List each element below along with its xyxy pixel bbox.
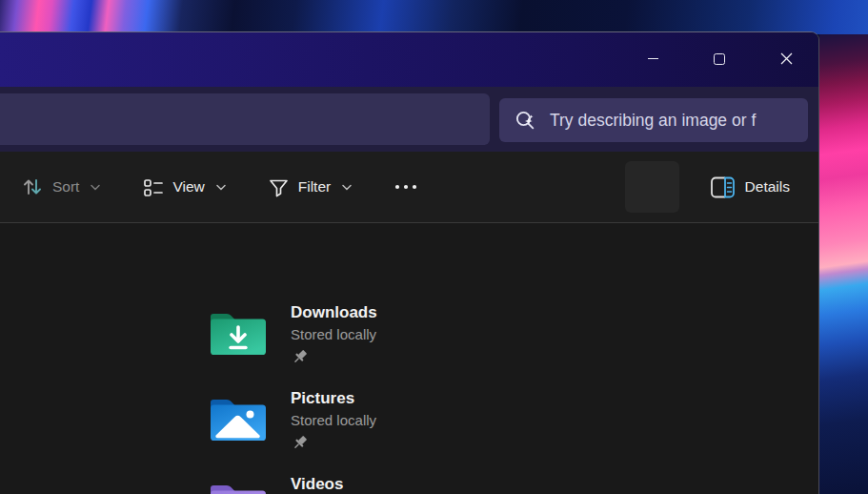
tile-videos[interactable]: Videos [208,475,818,494]
chevron-down-icon [342,184,352,191]
sort-label: Sort [52,178,79,196]
view-button[interactable]: View [142,176,225,198]
sort-icon [21,175,44,198]
desktop-wallpaper-top [0,0,868,34]
desktop-wallpaper-right [819,0,868,494]
close-button[interactable] [764,41,808,76]
chevron-down-icon [216,184,226,191]
file-explorer-window: Try describing an image or f Sort View [0,31,819,494]
view-icon [142,176,164,198]
close-icon [780,52,793,65]
downloads-folder-icon [208,308,269,358]
titlebar[interactable] [0,32,818,87]
details-pane-icon [710,176,736,198]
tile-name: Pictures [291,389,376,408]
tile-text: Pictures Stored locally [291,389,376,454]
tile-status: Stored locally [291,409,376,432]
more-options-button[interactable] [394,183,418,191]
address-row: Try describing an image or f [0,87,818,152]
minimize-button[interactable] [631,41,675,76]
pictures-folder-icon [208,394,269,443]
pin-icon [291,434,376,451]
filter-icon [268,176,290,198]
sort-button[interactable]: Sort [21,175,100,198]
details-pane-button[interactable]: Details [710,176,790,198]
minimize-icon [648,58,658,59]
filter-button[interactable]: Filter [268,176,352,198]
search-sparkle-icon [514,109,537,133]
tile-name: Downloads [291,303,377,322]
maximize-button[interactable] [697,41,741,76]
details-label: Details [745,178,790,196]
search-placeholder: Try describing an image or f [550,111,756,131]
ellipsis-icon [394,183,418,191]
tile-pictures[interactable]: Pictures Stored locally [208,389,818,454]
window-controls [631,41,808,76]
tile-text: Videos [291,475,343,494]
maximize-icon [714,53,725,65]
folder-content-area: Downloads Stored locally [0,223,818,494]
command-toolbar: Sort View Filter [0,152,818,223]
tile-text: Downloads Stored locally [291,303,377,368]
tile-downloads[interactable]: Downloads Stored locally [208,303,818,368]
search-input[interactable]: Try describing an image or f [499,98,808,142]
view-label: View [172,178,204,196]
toolbar-hover-button[interactable] [625,161,679,213]
filter-label: Filter [298,178,331,196]
address-bar[interactable] [0,93,490,145]
videos-folder-icon [208,480,269,494]
tile-status: Stored locally [291,323,377,346]
tile-name: Videos [291,475,343,494]
pin-icon [291,348,377,365]
chevron-down-icon [91,184,100,191]
